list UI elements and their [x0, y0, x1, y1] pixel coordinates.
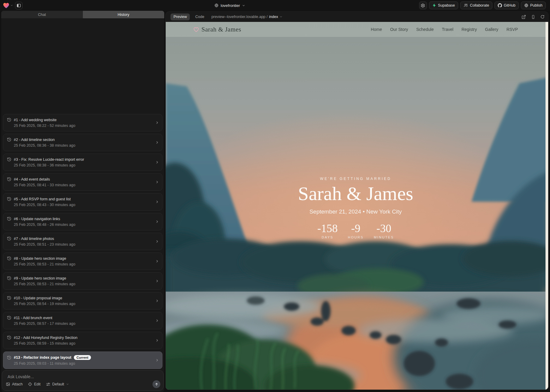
lovable-logo-menu[interactable]: [3, 3, 13, 8]
chevron-right-icon: [155, 160, 159, 164]
history-item[interactable]: #3 - Fix: Resolve Lucide-react import er…: [3, 154, 162, 171]
preview-url-prefix: preview--lovefrontier.lovable.app /: [211, 15, 267, 19]
countdown-cell: -9 HOURS: [348, 223, 364, 239]
mode-select[interactable]: Default: [46, 382, 69, 386]
publish-button[interactable]: Publish: [521, 1, 546, 9]
site-logo-text: Sarah & James: [201, 26, 241, 33]
site-nav-link[interactable]: Our Story: [390, 27, 408, 32]
history-item-timestamp: 25 Feb 2025, 08:53 - 21 minutes ago: [14, 262, 153, 266]
countdown-value: -30: [374, 223, 394, 234]
chevron-right-icon: [155, 339, 159, 343]
site-logo[interactable]: Sarah & James: [193, 26, 241, 33]
history-item-title: #5 - Add RSVP form and guest list: [14, 197, 71, 201]
history-item-timestamp: 25 Feb 2025, 08:51 - 23 minutes ago: [14, 242, 153, 247]
site-nav-link[interactable]: Home: [371, 27, 382, 32]
edit-icon: [28, 382, 32, 386]
history-item[interactable]: #8 - Update hero section image 25 Feb 20…: [3, 253, 162, 270]
sidebar-toggle-button[interactable]: [15, 2, 23, 9]
countdown-value: -9: [348, 223, 364, 234]
tab-code[interactable]: Code: [195, 15, 204, 19]
history-icon: [7, 335, 11, 340]
history-item-title: #13 - Refactor index page layout: [14, 355, 71, 360]
history-item[interactable]: #2 - Add timeline section 25 Feb 2025, 0…: [3, 134, 162, 151]
ask-lovable-input[interactable]: [7, 373, 159, 380]
chevron-right-icon: [155, 200, 159, 204]
sidebar-toggle-icon: [17, 3, 21, 8]
history-item-timestamp: 25 Feb 2025, 08:53 - 21 minutes ago: [14, 282, 153, 286]
project-name: lovefrontier: [221, 3, 240, 8]
history-item[interactable]: #11 - Add brunch event 25 Feb 2025, 08:5…: [3, 312, 162, 329]
history-item[interactable]: #5 - Add RSVP form and guest list 25 Feb…: [3, 193, 162, 211]
history-icon: [7, 217, 11, 221]
current-badge: Current: [74, 355, 91, 360]
history-item-title: #12 - Add Honeyfund Registry Section: [14, 336, 77, 340]
history-item-title: #2 - Add timeline section: [14, 138, 55, 142]
site-nav-link[interactable]: Schedule: [416, 27, 434, 32]
chevron-down-icon: [66, 383, 69, 386]
collaborate-button[interactable]: Collaborate: [460, 1, 492, 9]
hero-date: September 21, 2024 • New York City: [166, 208, 545, 215]
hero-section: WE'RE GETTING MARRIED Sarah & James Sept…: [166, 177, 545, 239]
history-item[interactable]: #7 - Add timeline photos 25 Feb 2025, 08…: [3, 233, 162, 250]
site-nav: HomeOur StoryScheduleTravelRegistryGalle…: [371, 27, 518, 32]
history-item-timestamp: 25 Feb 2025, 08:41 - 33 minutes ago: [14, 183, 153, 187]
mobile-view-button[interactable]: [531, 15, 535, 19]
history-item-timestamp: 25 Feb 2025, 08:48 - 26 minutes ago: [14, 223, 153, 227]
topbar: lovefrontier Supabase: [0, 0, 550, 11]
tab-preview[interactable]: Preview: [171, 13, 190, 20]
history-item[interactable]: #6 - Update navigation links 25 Feb 2025…: [3, 213, 162, 230]
collaborate-icon: [464, 3, 468, 7]
history-item-timestamp: 25 Feb 2025, 08:38 - 36 minutes ago: [14, 163, 153, 167]
edit-button[interactable]: Edit: [28, 382, 41, 386]
settings-button[interactable]: [419, 1, 427, 9]
site-nav-link[interactable]: Registry: [461, 27, 477, 32]
history-item[interactable]: #1 - Add wedding website 25 Feb 2025, 08…: [3, 114, 162, 131]
history-item-title: #10 - Update proposal image: [14, 296, 62, 300]
history-item-title: #11 - Add brunch event: [14, 316, 52, 320]
refresh-button[interactable]: [540, 15, 545, 19]
sliders-icon: [46, 382, 50, 386]
chevron-down-icon: [280, 15, 283, 18]
attach-icon: [6, 382, 10, 386]
github-button[interactable]: GitHub: [494, 1, 519, 9]
site-preview: Sarah & James HomeOur StoryScheduleTrave…: [166, 22, 548, 390]
site-nav-link[interactable]: Travel: [442, 27, 453, 32]
history-item-title: #9 - Update hero section image: [14, 276, 66, 280]
publish-globe-icon: [524, 3, 528, 7]
history-icon: [7, 296, 11, 300]
tab-history[interactable]: History: [83, 11, 165, 18]
preview-toolbar: Preview Code preview--lovefrontier.lovab…: [166, 12, 548, 22]
history-list: #1 - Add wedding website 25 Feb 2025, 08…: [1, 18, 164, 369]
history-item[interactable]: #9 - Update hero section image 25 Feb 20…: [3, 272, 162, 290]
supabase-button[interactable]: Supabase: [429, 1, 458, 9]
project-switcher[interactable]: lovefrontier: [214, 0, 245, 11]
history-item-title: #3 - Fix: Resolve Lucide-react import er…: [14, 157, 84, 162]
history-item[interactable]: #12 - Add Honeyfund Registry Section 25 …: [3, 332, 162, 349]
history-item[interactable]: #13 - Refactor index page layout Current…: [3, 352, 162, 369]
history-item-timestamp: 25 Feb 2025, 08:57 - 17 minutes ago: [14, 322, 153, 326]
chevron-right-icon: [155, 240, 159, 244]
history-item-title: #7 - Add timeline photos: [14, 237, 54, 241]
site-scrollbar[interactable]: [545, 22, 548, 390]
history-item-timestamp: 25 Feb 2025, 09:03 - 11 minutes ago: [14, 361, 153, 366]
history-item[interactable]: #4 - Add event details 25 Feb 2025, 08:4…: [3, 173, 162, 191]
chevron-right-icon: [155, 279, 159, 283]
chevron-right-icon: [155, 141, 159, 145]
send-arrow-icon: [155, 382, 159, 386]
lovable-logo-icon: [3, 3, 9, 8]
preview-url[interactable]: preview--lovefrontier.lovable.app / inde…: [211, 15, 283, 19]
hero-eyebrow: WE'RE GETTING MARRIED: [166, 177, 545, 181]
chevron-right-icon: [155, 299, 159, 303]
heart-outline-icon: [193, 27, 199, 32]
countdown-label: DAYS: [317, 235, 338, 239]
site-nav-link[interactable]: RSVP: [506, 27, 518, 32]
open-external-button[interactable]: [521, 15, 526, 19]
countdown-cell: -158 DAYS: [317, 223, 338, 239]
attach-button[interactable]: Attach: [6, 382, 23, 386]
history-icon: [7, 197, 11, 201]
send-button[interactable]: [153, 380, 160, 388]
history-item[interactable]: #10 - Update proposal image 25 Feb 2025,…: [3, 292, 162, 310]
site-nav-link[interactable]: Gallery: [485, 27, 498, 32]
preview-panel: Preview Code preview--lovefrontier.lovab…: [165, 11, 548, 390]
tab-chat[interactable]: Chat: [1, 11, 83, 18]
